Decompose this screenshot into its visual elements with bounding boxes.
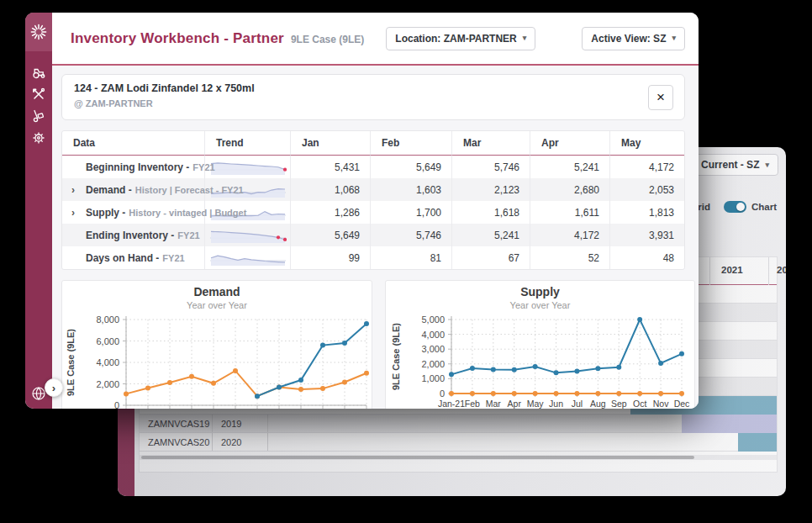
chart-title: Supply — [386, 285, 694, 299]
row-label-days-on-hand: Days on Hand -FY21 — [62, 246, 205, 269]
value-cell: 1,813 — [610, 201, 684, 224]
sidebar-expand-button[interactable]: › — [45, 378, 63, 397]
caret-down-icon: ▾ — [672, 34, 676, 42]
location-label: Location: ZAM-PARTNER — [395, 33, 516, 45]
row-expand-chevron[interactable]: › — [71, 207, 75, 219]
charts-row: Demand Year over Year 02,0004,0006,0008,… — [61, 280, 693, 409]
inventory-table: DataTrendJanFebMarAprMayBeginning Invent… — [62, 131, 684, 269]
row-label-suffix: FY21 — [162, 253, 184, 263]
row-label-suffix: FY21 — [177, 230, 199, 240]
svg-text:Mar: Mar — [486, 399, 502, 409]
value-cell: 67 — [452, 246, 530, 269]
trend-sparkline — [205, 224, 291, 246]
handtruck-icon — [32, 108, 45, 123]
bg-scrollbar-thumb[interactable] — [141, 456, 694, 459]
tools-icon — [32, 87, 45, 101]
sidebar-item-settings[interactable] — [31, 130, 46, 145]
svg-text:Aug: Aug — [590, 399, 606, 409]
table-header-may: May — [610, 131, 684, 156]
trend-sparkline — [205, 246, 291, 269]
row-label-suffix: History | Forecast - FY21 — [135, 185, 244, 195]
sidebar-item-handtruck[interactable] — [31, 108, 46, 123]
supply-chart-card: Supply Year over Year 01,0002,0003,0004,… — [385, 280, 695, 409]
svg-text:9LE Case (9LE): 9LE Case (9LE) — [66, 329, 76, 396]
product-location: @ ZAM-PARTNER — [74, 98, 153, 108]
svg-text:Jun: Jun — [549, 399, 563, 409]
active-view-dropdown[interactable]: Active View: SZ ▾ — [582, 27, 685, 50]
row-label: Demand - — [86, 184, 132, 196]
supply-chart: 01,0002,0003,0004,0005,000Jan-21FebMarAp… — [386, 311, 694, 409]
gantt-bar-lavender — [682, 415, 777, 433]
row-label: Days on Hand - — [86, 252, 159, 264]
app-logo[interactable] — [25, 13, 52, 51]
svg-text:Dec: Dec — [674, 399, 690, 409]
value-cell: 99 — [291, 246, 371, 269]
bg-cell-year: 2020 — [213, 433, 268, 451]
value-cell: 2,680 — [530, 178, 610, 201]
bg-column-2021: 2021 — [721, 265, 743, 275]
app-sidebar — [25, 13, 52, 409]
bg-column-next: 20 — [777, 265, 786, 275]
demand-chart-card: Demand Year over Year 02,0004,0006,0008,… — [61, 280, 372, 409]
bg-horizontal-scrollbar[interactable] — [140, 455, 777, 460]
sidebar-item-logistics[interactable] — [31, 65, 46, 79]
svg-text:2,000: 2,000 — [96, 379, 119, 389]
chart-toggle[interactable]: Chart — [724, 201, 777, 213]
bg-table-row: ZAMNVCAS202020 — [140, 433, 777, 452]
value-cell: 5,649 — [371, 156, 452, 178]
chart-subtitle: Year over Year — [386, 300, 694, 311]
product-title: 124 - ZAM Lodi Zinfandel 12 x 750ml — [74, 82, 255, 94]
svg-text:May: May — [527, 399, 545, 409]
row-label: Supply - — [86, 207, 125, 219]
row-label-suffix: FY21 — [192, 162, 214, 172]
svg-text:2,000: 2,000 — [421, 359, 445, 369]
value-cell: 1,700 — [371, 201, 452, 224]
value-cell: 2,053 — [610, 178, 684, 201]
svg-text:Oct: Oct — [633, 399, 646, 409]
row-expand-chevron[interactable]: › — [71, 184, 75, 196]
starburst-icon — [30, 24, 47, 40]
value-cell: 2,123 — [452, 178, 530, 201]
svg-text:Jul: Jul — [572, 399, 583, 409]
value-cell: 3,931 — [610, 224, 684, 246]
gear-icon — [32, 131, 45, 145]
page-subtitle: 9LE Case (9LE) — [291, 31, 364, 45]
row-label-ending-inventory: Ending Inventory -FY21 — [62, 224, 205, 246]
value-cell: 4,172 — [610, 156, 684, 178]
row-label-beginning-inventory: Beginning Inventory -FY21 — [62, 156, 205, 178]
svg-text:4,000: 4,000 — [96, 357, 119, 367]
row-label-supply: ›Supply -History - vintaged | Budget — [62, 201, 205, 224]
svg-text:Feb: Feb — [465, 399, 480, 409]
bg-table-row: ZAMNVCAS192019 — [140, 415, 777, 433]
toggle-switch[interactable] — [724, 201, 746, 213]
row-label: Ending Inventory - — [86, 230, 174, 241]
value-cell: 5,649 — [291, 224, 371, 246]
close-button[interactable]: × — [648, 85, 673, 110]
location-dropdown[interactable]: Location: ZAM-PARTNER ▾ — [386, 27, 535, 50]
svg-text:1,000: 1,000 — [421, 373, 445, 383]
demand-chart: 02,0004,0006,0008,000Jan-21FebMarAprMayJ… — [62, 311, 372, 409]
svg-text:0: 0 — [440, 388, 445, 399]
value-cell: 5,746 — [452, 156, 530, 178]
bg-cell-year: 2019 — [213, 415, 268, 432]
window-content: 124 - ZAM Lodi Zinfandel 12 x 750ml @ ZA… — [52, 66, 699, 409]
caret-down-icon: ▾ — [765, 161, 769, 169]
svg-text:4,000: 4,000 — [421, 330, 445, 340]
page-title: Inventory Workbench - Partner — [71, 30, 284, 47]
chevron-right-icon: › — [52, 382, 55, 394]
row-label-demand: ›Demand -History | Forecast - FY21 — [62, 178, 205, 201]
svg-text:Sep: Sep — [611, 399, 627, 409]
inventory-workbench-window: › Inventory Workbench - Partner 9LE Case… — [25, 13, 699, 409]
svg-text:8,000: 8,000 — [96, 314, 119, 325]
value-cell: 5,241 — [530, 156, 610, 178]
window-header: Inventory Workbench - Partner 9LE Case (… — [52, 13, 699, 66]
toggle-label: Chart — [751, 202, 777, 212]
sidebar-item-tools[interactable] — [31, 87, 46, 101]
value-cell: 4,172 — [530, 224, 610, 246]
table-header-feb: Feb — [371, 131, 452, 156]
value-cell: 81 — [371, 246, 452, 269]
value-cell: 1,603 — [371, 178, 452, 201]
gantt-bar-teal — [738, 433, 777, 452]
table-header-apr: Apr — [530, 131, 610, 156]
value-cell: 5,746 — [371, 224, 452, 246]
